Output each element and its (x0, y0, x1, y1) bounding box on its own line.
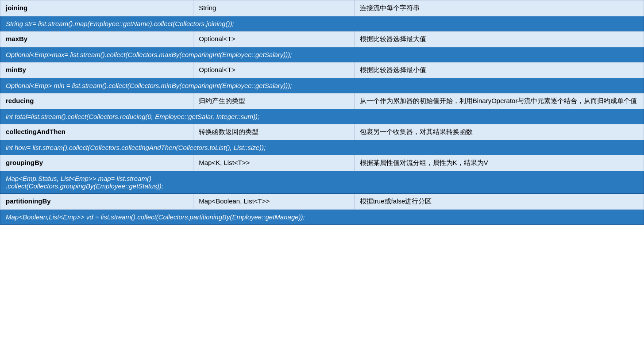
description: 从一个作为累加器的初始值开始，利用BinaryOperator与流中元素逐个结合… (354, 93, 644, 109)
description: 根据比较器选择最大值 (354, 31, 644, 47)
code-example: int how= list.stream().collect(Collector… (0, 140, 644, 155)
description: 根据比较器选择最小值 (354, 62, 644, 78)
return-type: 归约产生的类型 (193, 93, 355, 109)
code-example: Optional<Emp> min = list.stream().collec… (0, 78, 644, 93)
description: 根据某属性值对流分组，属性为K，结果为V (354, 155, 644, 171)
return-type: 转换函数返回的类型 (193, 124, 355, 140)
method-name: collectingAndThen (0, 124, 193, 140)
return-type: Optional<T> (193, 62, 355, 78)
code-example: Map<Boolean,List<Emp>> vd = list.stream(… (0, 210, 644, 225)
collectors-table: joiningString连接流中每个字符串String str= list.s… (0, 0, 644, 225)
method-name: reducing (0, 93, 193, 109)
return-type: Map<K, List<T>> (193, 155, 355, 171)
method-name: minBy (0, 62, 193, 78)
code-example: Map<Emp.Status, List<Emp>> map= list.str… (0, 171, 644, 194)
return-type: Map<Boolean, List<T>> (193, 194, 355, 210)
method-name: partitioningBy (0, 194, 193, 210)
method-name: maxBy (0, 31, 193, 47)
description: 根据true或false进行分区 (354, 194, 644, 210)
code-example: String str= list.stream().map(Employee::… (0, 16, 644, 31)
description: 包裹另一个收集器，对其结果转换函数 (354, 124, 644, 140)
return-type: String (193, 0, 355, 16)
description: 连接流中每个字符串 (354, 0, 644, 16)
code-example: Optional<Emp>max= list.stream().collect(… (0, 47, 644, 62)
method-name: joining (0, 0, 193, 16)
code-example: int total=list.stream().collect(Collecto… (0, 109, 644, 124)
return-type: Optional<T> (193, 31, 355, 47)
method-name: groupingBy (0, 155, 193, 171)
